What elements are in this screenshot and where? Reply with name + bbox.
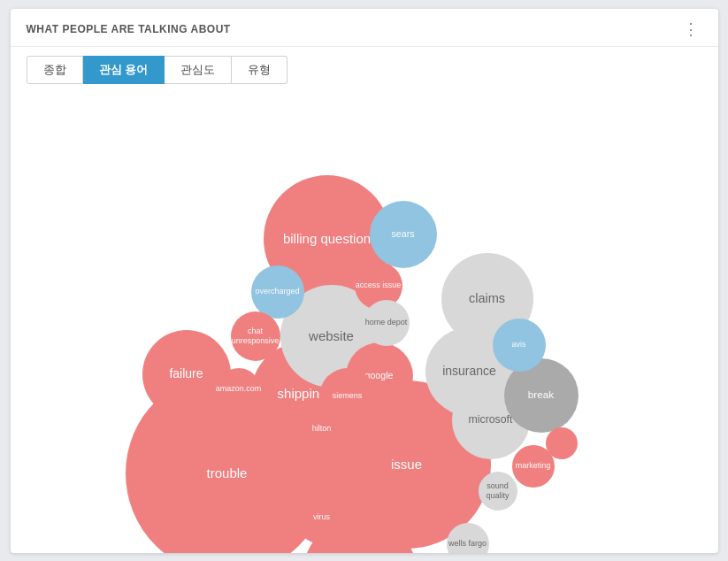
more-button[interactable]: ⋮ — [679, 21, 702, 37]
bubble-wells-fargo[interactable]: wells fargo — [447, 523, 489, 553]
bubble-failure[interactable]: failure — [142, 330, 231, 419]
tab-interest-degree[interactable]: 관심도 — [165, 56, 232, 84]
bubble-virus[interactable]: virus — [295, 491, 349, 544]
bubble-hilton[interactable]: hilton — [294, 401, 350, 457]
bubble-overcharged[interactable]: overcharged — [251, 265, 304, 319]
bubble-avis[interactable]: avis — [493, 319, 546, 372]
main-card: WHAT PEOPLE ARE TALKING ABOUT ⋮ 종합관심 용어관… — [11, 9, 718, 553]
bubble-marketing2[interactable] — [546, 427, 578, 459]
card-title: WHAT PEOPLE ARE TALKING ABOUT — [27, 23, 231, 35]
bubble-sound-quality[interactable]: sound quality — [479, 472, 517, 511]
bubble-sears[interactable]: sears — [370, 201, 437, 268]
bubble-home-depot[interactable]: home depot — [364, 300, 410, 346]
tab-interest-term[interactable]: 관심 용어 — [83, 56, 165, 84]
bubble-amazon[interactable]: amazon.com — [218, 368, 260, 411]
bubble-chart: troubleissuebilling questionerrorshippin… — [11, 84, 718, 553]
bubble-chat-unresponsive[interactable]: chat unresponsive — [231, 311, 280, 361]
tab-summary[interactable]: 종합 — [27, 56, 83, 84]
tabs-container: 종합관심 용어관심도유형 — [11, 47, 718, 84]
tab-type[interactable]: 유형 — [232, 56, 287, 84]
card-header: WHAT PEOPLE ARE TALKING ABOUT ⋮ — [11, 9, 718, 47]
